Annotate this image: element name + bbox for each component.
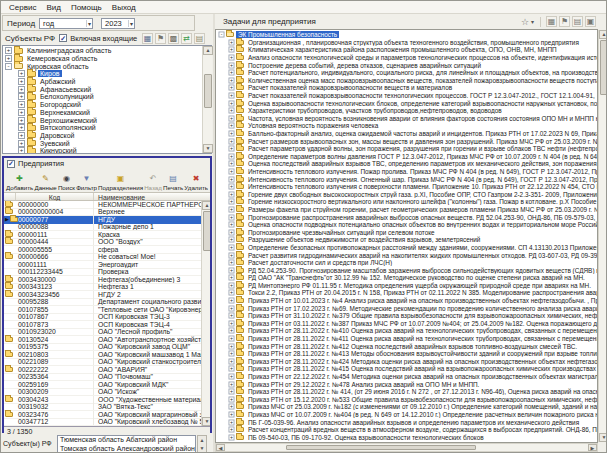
task-item[interactable]: + Балльно-факторный анализ, оценка ожида…	[216, 130, 597, 138]
expander-icon[interactable]: +	[229, 199, 235, 205]
task-item[interactable]: + РД 52.04.253-90. Прогнозирование масшт…	[216, 266, 597, 274]
task-item[interactable]: + Оценка последствий аварийных взрывов Т…	[216, 160, 597, 168]
table-scrollbar[interactable]: ▲ ▼	[201, 201, 210, 426]
scroll-thumb[interactable]	[600, 40, 607, 95]
code-column-header[interactable]: Код	[16, 193, 94, 200]
name-column-header[interactable]: Наименование	[94, 193, 210, 200]
task-item[interactable]: + Приказ РТН от 15.12.2020 г. №533 Общие…	[216, 396, 597, 404]
refresh-icon[interactable]: ⇄	[181, 33, 192, 44]
task-item[interactable]: + Приказ РТН от 03.11.2022 г. №387 Прика…	[216, 320, 597, 328]
expander-icon[interactable]: +	[229, 100, 235, 106]
expander-icon[interactable]: +	[229, 419, 235, 425]
task-item[interactable]: + Разрушение объектов недвижимости от во…	[216, 236, 597, 244]
expander-icon[interactable]: +	[18, 132, 25, 139]
spin-down-arrow[interactable]: ▼	[198, 444, 206, 452]
flag-icon[interactable]: ⚑	[155, 33, 166, 44]
scroll-right-arrow[interactable]: ▶	[588, 444, 597, 451]
task-item[interactable]: + Приказ РТН от 28.11.2022 г. №415 Оценк…	[216, 365, 597, 373]
expander-icon[interactable]: -	[5, 63, 12, 70]
tree-item[interactable]: + Белохолуницкий	[3, 93, 211, 101]
expander-icon[interactable]: +	[229, 191, 235, 197]
footer-list-spinner[interactable]: ▲ ▼	[197, 435, 207, 453]
data-button[interactable]: ✎ Данные	[34, 174, 56, 191]
task-item[interactable]: + Расчет развития гидродинамических авар…	[216, 251, 597, 259]
task-item[interactable]: + Условная вероятность поражения человек…	[216, 122, 597, 130]
subdivisions-button[interactable]: ▣ Подразделения	[98, 174, 143, 191]
expander-icon[interactable]: +	[229, 374, 235, 380]
expander-icon[interactable]: +	[18, 101, 25, 108]
tree-item[interactable]: + Калининградская область	[3, 47, 211, 55]
task-item[interactable]: + Климатическая характеристика района ра…	[216, 46, 597, 54]
tree-item[interactable]: - Кировская область	[3, 62, 211, 70]
tasks-vertical-scrollbar[interactable]: ▲ ▼	[598, 30, 607, 442]
task-item[interactable]: + ПБ Г-05-039-96. Анализ опасности авари…	[216, 418, 597, 426]
task-item[interactable]: + Анализ опасности технологической среды…	[216, 54, 597, 62]
expander-icon[interactable]: +	[18, 140, 25, 147]
tree-item[interactable]: + Зуевский	[3, 139, 211, 147]
expander-icon[interactable]: +	[18, 93, 25, 100]
expander-icon[interactable]: +	[229, 244, 235, 250]
expander-icon[interactable]: +	[229, 214, 235, 220]
scroll-thumb[interactable]	[203, 211, 210, 251]
menu-item[interactable]: Сервис	[4, 3, 41, 12]
expander-icon[interactable]: +	[229, 55, 235, 61]
task-item[interactable]: + Приказ РТН от 28.11.2022 г. №424 Метод…	[216, 358, 597, 366]
favorites-star-icon[interactable]: ☆	[521, 17, 529, 27]
expander-icon[interactable]: +	[229, 222, 235, 228]
expander-icon[interactable]: +	[229, 336, 235, 342]
expander-icon[interactable]: +	[229, 39, 235, 45]
task-item[interactable]: + Приказ РТН от 10.01.2023 г. №4 Анализ …	[216, 297, 597, 305]
expander-icon[interactable]: +	[229, 434, 235, 440]
tree-item[interactable]: + Афанасьевский	[3, 85, 211, 93]
expander-icon[interactable]: +	[229, 358, 235, 364]
expander-icon[interactable]: +	[229, 161, 235, 167]
expander-icon[interactable]: +	[229, 328, 235, 334]
expander-icon[interactable]: +	[229, 85, 235, 91]
task-item[interactable]: + Расчет размеров взрывоопасных зон, мас…	[216, 137, 597, 145]
print-button[interactable]: ▤ Печать	[163, 174, 183, 191]
enterprises-checkbox[interactable]: ✓	[7, 160, 15, 168]
expander-icon[interactable]: +	[229, 131, 235, 137]
task-item[interactable]: + Частота, условная вероятность возникно…	[216, 115, 597, 123]
expander-icon[interactable]: +	[229, 62, 235, 68]
task-item[interactable]: + РД Минтопэнерго РФ 01.11.95 г. Методик…	[216, 282, 597, 290]
list-icon[interactable]: ▤	[572, 16, 583, 27]
expander-icon[interactable]: +	[229, 320, 235, 326]
scroll-up-arrow[interactable]: ▲	[599, 30, 607, 39]
expander-icon[interactable]: +	[229, 146, 235, 152]
expander-icon[interactable]: +	[229, 298, 235, 304]
expander-icon[interactable]: +	[229, 404, 235, 410]
tree-item[interactable]: + Даровской	[3, 132, 211, 140]
expander-icon[interactable]: +	[18, 78, 25, 85]
org-chart-icon[interactable]: ▦	[142, 33, 153, 44]
task-item[interactable]: + Интенсивность теплового излучения. Пож…	[216, 168, 597, 176]
chevron-down-icon[interactable]: ▾	[86, 20, 91, 27]
tree-item[interactable]: + Вятскополянский	[3, 124, 211, 132]
task-item[interactable]: + Оценка взрывоопасности технологических…	[216, 99, 597, 107]
period-select[interactable]: год ▾	[39, 18, 93, 29]
expander-icon[interactable]: +	[5, 55, 12, 62]
task-item[interactable]: + Построение дерева событий, дерева отка…	[216, 61, 597, 69]
report-icon[interactable]: ▤	[194, 33, 205, 44]
task-item[interactable]: + Прогнозирование чрезвычайных ситуаций …	[216, 228, 597, 236]
expander-icon[interactable]: +	[5, 47, 12, 54]
task-item[interactable]: + Расчет параметров ударной волны, зон п…	[216, 145, 597, 153]
expander-icon[interactable]: +	[229, 343, 235, 349]
task-item[interactable]: + ПБ 09-540-03, ПБ 09-170-92. Оценка взр…	[216, 433, 597, 441]
task-item[interactable]: + Характеристики трубопроводов, участков…	[216, 107, 597, 115]
task-item[interactable]: + Размеры факела при струйном горении, р…	[216, 206, 597, 214]
task-item[interactable]: + Прогнозирование распространения аварий…	[216, 213, 597, 221]
tree-item[interactable]: + Верхошижемский	[3, 116, 211, 124]
expander-icon[interactable]: +	[229, 138, 235, 144]
expander-icon[interactable]: +	[229, 252, 235, 258]
tasks-horizontal-scrollbar[interactable]: ◀ ▶	[215, 443, 598, 452]
task-item[interactable]: + Расчет концентраций вредных веществ в …	[216, 426, 597, 434]
task-item[interactable]: + Расчет достаточности сил и средств при…	[216, 259, 597, 267]
task-item[interactable]: + Горение двух свободных высокоскоростны…	[216, 190, 597, 198]
task-item[interactable]: + Приказ РТН от 28.11.2022 г. №412 Оценк…	[216, 342, 597, 350]
expander-icon[interactable]: +	[18, 70, 25, 77]
delete-button[interactable]: ✖ Удалить	[184, 174, 208, 191]
scroll-up-arrow[interactable]: ▲	[202, 201, 210, 210]
expander-icon[interactable]: +	[229, 260, 235, 266]
expander-icon[interactable]: +	[229, 275, 235, 281]
